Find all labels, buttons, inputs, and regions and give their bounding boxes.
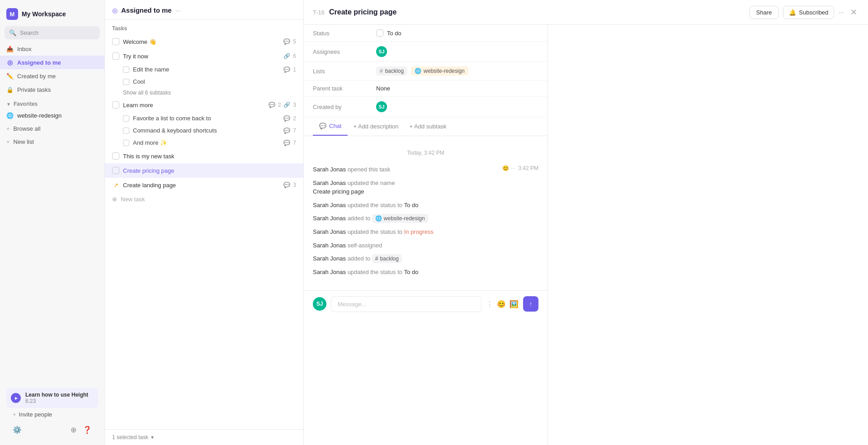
comment-icon-landing: 💬 (283, 182, 290, 188)
task-item-create-pricing-page[interactable]: Create pricing page (105, 163, 303, 178)
status-value[interactable]: To do (376, 29, 401, 37)
message-input[interactable] (331, 296, 481, 312)
task-list-more-icon[interactable]: ··· (175, 7, 181, 14)
subtask-item-edit-name[interactable]: Edit the name 💬 1 (105, 63, 303, 76)
image-icon[interactable]: 🖼️ (509, 300, 519, 308)
new-list-button[interactable]: + New list (0, 135, 104, 148)
task-checkbox-keyboard[interactable] (123, 128, 129, 134)
actor-name-7: Sarah Jonas (313, 255, 346, 262)
task-item-welcome[interactable]: Welcome 👋 💬 5 (105, 34, 303, 49)
sidebar: M My Workspace 🔍 Search 📥 Inbox ◎ Assign… (0, 0, 105, 445)
task-checkbox-and-more[interactable] (123, 140, 129, 146)
sidebar-item-created-by-me[interactable]: ✏️ Created by me (0, 69, 104, 83)
subtask-item-keyboard[interactable]: Command & keyboard shortcuts 💬 7 (105, 124, 303, 137)
task-item-try-it-now[interactable]: Try it now 🔗 6 (105, 49, 303, 63)
new-task-button[interactable]: ⊕ New task (105, 192, 303, 206)
chat-input-icons: ⋮ 😊 🖼️ (486, 300, 519, 308)
add-subtask-button[interactable]: + Add subtask (404, 118, 452, 134)
task-checkbox-cool[interactable] (123, 79, 129, 85)
learn-text: Learn how to use Height 6:23 (25, 392, 88, 404)
task-checkbox-welcome[interactable] (112, 38, 119, 45)
sidebar-item-private-tasks[interactable]: 🔒 Private tasks (0, 83, 104, 96)
invite-people-button[interactable]: + Invite people (6, 408, 98, 421)
settings-icon[interactable]: ⚙️ (13, 426, 22, 434)
task-checkbox-fav[interactable] (123, 115, 129, 122)
chat-icon: 💬 (319, 123, 326, 129)
help-icon[interactable]: ❓ (83, 426, 92, 434)
activity-text-5: updated the status to (348, 228, 404, 235)
search-bar[interactable]: 🔍 Search (5, 26, 100, 39)
emoji-react-icon[interactable]: 😊 (502, 165, 509, 171)
task-checkbox-try-it-now[interactable] (112, 52, 119, 60)
subscribed-button[interactable]: 🔔 Subscribed (783, 6, 834, 19)
created-by-value[interactable]: SJ (376, 101, 387, 112)
tag-label: website-redesign (384, 214, 425, 222)
task-list-footer: 1 selected task ▾ (105, 429, 303, 445)
subtask-item-favorite-list[interactable]: Favorite a list to come back to 💬 2 (105, 112, 303, 124)
activity-text-6: self-assigned (348, 242, 382, 249)
list-tag-redesign[interactable]: 🌐 website-redesign (411, 66, 468, 76)
add-description-button[interactable]: + Add description (348, 118, 404, 134)
sidebar-item-website-redesign[interactable]: 🌐 website-redesign (0, 109, 104, 122)
task-meta-fav: 💬 2 (283, 115, 296, 122)
task-item-learn-more[interactable]: Learn more 💬 2 🔗 3 (105, 98, 303, 112)
subtask-item-and-more[interactable]: And more ✨ 💬 7 (105, 137, 303, 149)
subtask-item-cool[interactable]: Cool (105, 76, 303, 88)
new-window-icon[interactable]: ⊕ (71, 426, 76, 434)
status-checkbox[interactable] (376, 29, 383, 37)
footer-icons: ⊕ ❓ (71, 426, 92, 434)
task-meta-keyboard: 💬 7 (283, 128, 296, 134)
comment-count-fav: 2 (293, 115, 296, 122)
lock-icon: 🔒 (6, 86, 14, 93)
sidebar-item-label: Assigned to me (17, 59, 61, 66)
detail-more-icon[interactable]: ··· (839, 9, 844, 16)
send-button[interactable]: ↑ (523, 296, 538, 312)
tag-website-redesign: 🌐 website-redesign (372, 214, 428, 223)
task-list-title: Assigned to me (121, 6, 172, 14)
learn-card[interactable]: Learn how to use Height 6:23 (6, 388, 98, 408)
target-icon: ◎ (6, 59, 14, 66)
tab-chat[interactable]: 💬 Chat (313, 117, 348, 136)
task-checkbox-pricing[interactable] (112, 167, 119, 174)
task-checkbox-edit-name[interactable] (123, 66, 129, 73)
add-subtask-label: + Add subtask (410, 123, 447, 130)
sidebar-item-assigned-to-me[interactable]: ◎ Assigned to me (0, 56, 104, 69)
task-checkbox-my-new-task[interactable] (112, 152, 119, 160)
favorites-section[interactable]: ▼ Favorites (0, 96, 104, 109)
comment-icon-more: 💬 (283, 140, 290, 146)
activity-value-name: Create pricing page (313, 188, 364, 195)
chat-input-area: SJ ⋮ 😊 🖼️ ↑ (304, 290, 547, 317)
activity-text-8: updated the status to (348, 269, 404, 275)
assignees-value[interactable]: SJ (376, 46, 387, 57)
chevron-down-footer[interactable]: ▾ (151, 434, 154, 440)
sidebar-item-label: Inbox (17, 46, 32, 52)
comment-count-learn: 2 (278, 102, 281, 108)
comment-icon-edit: 💬 (283, 66, 290, 73)
comment-count-keyboard: 7 (293, 128, 296, 134)
task-title: Create pricing page (329, 8, 745, 16)
meta-row-status: Status To do (304, 25, 547, 42)
detail-header: T-16 Create pricing page Share 🔔 Subscri… (304, 0, 868, 25)
emoji-icon[interactable]: 😊 (497, 300, 506, 308)
attachment-icon[interactable]: ⋮ (486, 300, 493, 308)
actor-name-2: Sarah Jonas (313, 180, 346, 186)
show-all-subtasks-button[interactable]: Show all 6 subtasks (105, 88, 303, 98)
list-tag-backlog[interactable]: # backlog (376, 66, 407, 76)
parent-task-value[interactable]: None (376, 85, 390, 92)
task-item-my-new-task[interactable]: This is my new task (105, 149, 303, 163)
lists-value[interactable]: # backlog 🌐 website-redesign (376, 66, 468, 76)
task-meta-landing: 💬 3 (283, 182, 296, 188)
sidebar-item-inbox[interactable]: 📥 Inbox (0, 42, 104, 56)
detail-meta-panel: Status To do Assignees SJ Lists # backlo… (304, 25, 548, 445)
share-button[interactable]: Share (750, 6, 779, 19)
redesign-emoji: 🌐 (415, 68, 421, 74)
activity-more-icon[interactable]: ··· (511, 165, 515, 171)
workspace-header[interactable]: M My Workspace (0, 5, 104, 24)
plus-invite-icon: + (13, 411, 16, 418)
close-button[interactable]: ✕ (849, 5, 859, 19)
status-label: Status (313, 30, 376, 37)
browse-all-button[interactable]: + Browse all (0, 122, 104, 135)
task-checkbox-learn-more[interactable] (112, 101, 119, 109)
header-actions: Share 🔔 Subscribed ··· ✕ (750, 5, 859, 19)
task-item-create-landing-page[interactable]: ↗ Create landing page 💬 3 (105, 178, 303, 192)
